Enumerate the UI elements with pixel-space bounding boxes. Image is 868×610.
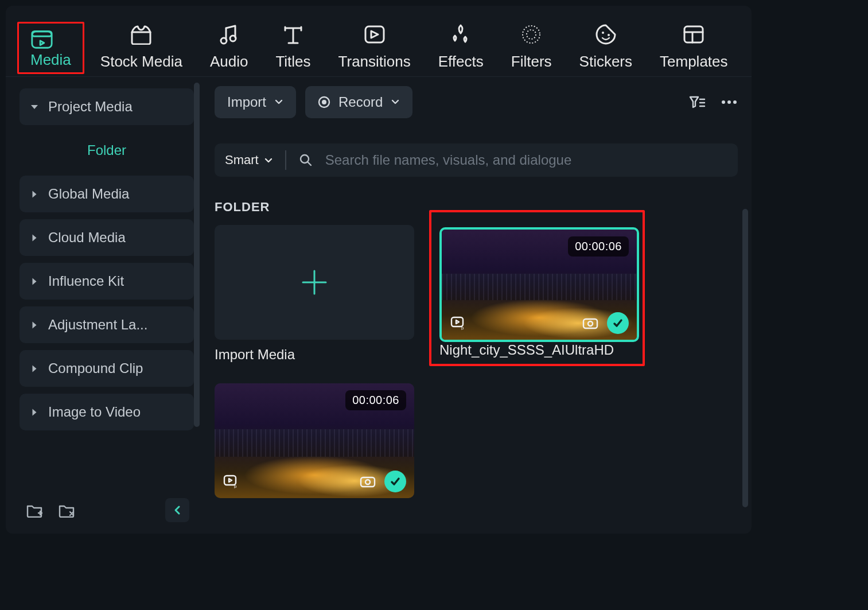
media-grid: Import Media 00:00:06 p (215, 225, 738, 498)
sidebar-item-label: Compound Clip (48, 360, 143, 376)
svg-text:p: p (234, 484, 237, 488)
tab-label: Media (30, 51, 71, 69)
sidebar-item-compound-clip[interactable]: Compound Clip (20, 350, 194, 387)
tab-label: Filters (511, 53, 552, 71)
app-window: Media Stock Media Audio Titles Transi (6, 6, 752, 534)
check-badge-icon (607, 312, 629, 334)
sidebar-footer (20, 490, 194, 529)
chevron-down-icon (391, 99, 400, 106)
tab-label: Transitions (338, 53, 411, 71)
tab-filters[interactable]: Filters (511, 23, 552, 71)
tab-label: Stock Media (100, 53, 182, 71)
body: Project Media Folder Global Media Cloud … (6, 76, 752, 534)
more-options-button[interactable] (721, 94, 738, 111)
sidebar-item-project-media[interactable]: Project Media (20, 88, 194, 125)
search-mode-label: Smart (225, 153, 259, 168)
sidebar-item-label: Global Media (48, 186, 129, 202)
top-tabs: Media Stock Media Audio Titles Transi (6, 6, 752, 76)
thumb-overlay: p (450, 312, 629, 334)
sidebar-item-label: Project Media (48, 99, 133, 115)
svg-rect-18 (583, 319, 597, 328)
import-media-dropzone[interactable] (215, 225, 414, 340)
chevron-down-icon (264, 157, 273, 164)
tab-transitions[interactable]: Transitions (338, 23, 411, 71)
delete-folder-button[interactable] (56, 500, 77, 520)
thumb-overlay: p (223, 471, 406, 492)
tab-stock-media[interactable]: Stock Media (100, 23, 182, 71)
duration-badge: 00:00:06 (568, 236, 629, 257)
media-clip-card: 00:00:06 p (437, 225, 637, 363)
svg-point-5 (523, 26, 540, 43)
main-panel: Import Record (201, 77, 752, 534)
svg-rect-4 (365, 26, 384, 42)
svg-rect-1 (32, 32, 52, 37)
video-proxy-icon: p (223, 473, 240, 490)
effects-icon (449, 23, 472, 46)
stickers-icon (594, 23, 617, 46)
tab-media[interactable]: Media (29, 26, 73, 71)
search-mode-dropdown[interactable]: Smart (225, 153, 273, 168)
card-label: Night_city_SSSS_AIUltraHD (439, 342, 635, 358)
tab-label: Audio (210, 53, 248, 71)
sidebar: Project Media Folder Global Media Cloud … (6, 77, 201, 534)
chevron-down-icon (274, 99, 283, 106)
sidebar-item-cloud-media[interactable]: Cloud Media (20, 219, 194, 256)
sidebar-item-global-media[interactable]: Global Media (20, 176, 194, 212)
chevron-right-icon (33, 191, 37, 197)
audio-icon (217, 23, 240, 46)
svg-text:p: p (461, 325, 464, 330)
tab-templates[interactable]: Templates (660, 23, 728, 71)
svg-point-7 (602, 32, 604, 34)
media-clip-card: 00:00:06 p (215, 383, 414, 498)
svg-point-11 (322, 100, 326, 104)
sidebar-scrollbar[interactable] (194, 83, 200, 427)
import-dropdown[interactable]: Import (215, 86, 296, 118)
titles-icon (282, 23, 305, 46)
search-bar: Smart (215, 143, 738, 177)
main-scrollbar[interactable] (742, 209, 748, 507)
sidebar-item-folder[interactable]: Folder (20, 132, 194, 169)
sidebar-item-image-to-video[interactable]: Image to Video (20, 394, 194, 430)
svg-point-12 (722, 100, 725, 104)
import-label: Import (227, 94, 266, 110)
tab-label: Templates (660, 53, 728, 71)
highlight-clip: 00:00:06 p (429, 210, 645, 366)
sidebar-item-label: Adjustment La... (48, 317, 147, 333)
chevron-right-icon (33, 365, 37, 372)
filter-sort-button[interactable] (688, 94, 706, 111)
collapse-sidebar-button[interactable] (165, 498, 189, 522)
record-label: Record (338, 94, 383, 110)
svg-point-23 (365, 480, 370, 484)
chevron-right-icon (33, 278, 37, 285)
tab-stickers[interactable]: Stickers (579, 23, 632, 71)
sidebar-item-label: Image to Video (48, 404, 141, 420)
duration-badge: 00:00:06 (345, 390, 406, 410)
sidebar-item-adjustment-layer[interactable]: Adjustment La... (20, 306, 194, 343)
svg-point-8 (608, 34, 610, 36)
svg-point-3 (230, 36, 236, 41)
tab-audio[interactable]: Audio (210, 23, 248, 71)
templates-icon (682, 23, 705, 46)
chevron-right-icon (33, 234, 37, 241)
check-badge-icon (384, 471, 406, 492)
svg-point-19 (588, 321, 593, 326)
search-input[interactable] (325, 152, 727, 168)
import-media-card: Import Media (215, 225, 414, 363)
transitions-icon (363, 23, 386, 46)
clip-thumbnail[interactable]: 00:00:06 p (439, 227, 639, 342)
tab-titles[interactable]: Titles (275, 23, 310, 71)
new-folder-button[interactable] (24, 500, 45, 520)
svg-point-14 (733, 100, 737, 104)
record-icon (318, 96, 330, 108)
sidebar-item-label: Cloud Media (48, 230, 126, 246)
clip-thumbnail[interactable]: 00:00:06 p (215, 383, 414, 498)
highlight-media-tab: Media (17, 22, 84, 74)
camera-icon (582, 314, 599, 332)
toolbar: Import Record (215, 86, 738, 118)
sidebar-item-influence-kit[interactable]: Influence Kit (20, 263, 194, 300)
record-dropdown[interactable]: Record (305, 86, 412, 118)
chevron-right-icon (33, 409, 37, 415)
tab-effects[interactable]: Effects (438, 23, 484, 71)
sidebar-item-label: Influence Kit (48, 273, 124, 289)
video-proxy-icon: p (450, 314, 467, 332)
